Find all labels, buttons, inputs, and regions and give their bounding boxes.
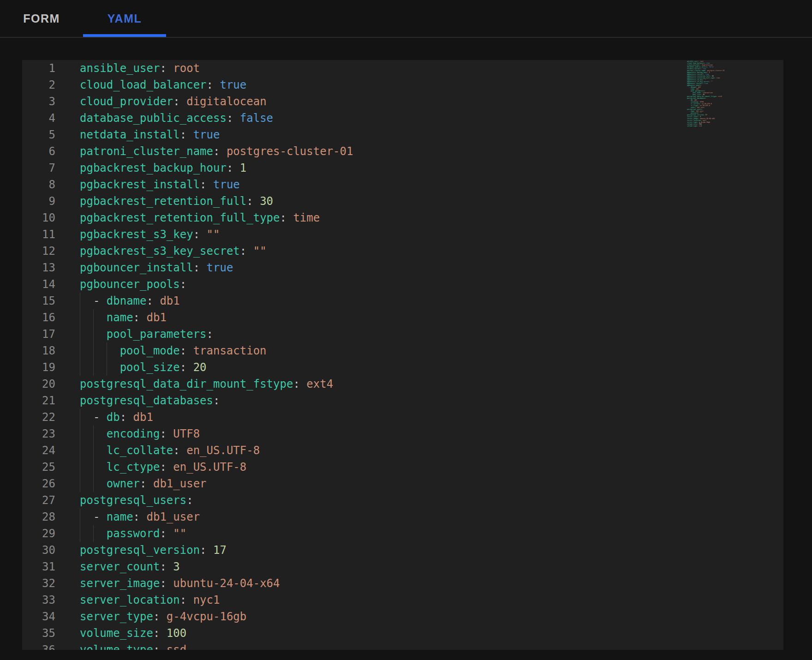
line-number: 32 (22, 575, 55, 592)
line-number: 21 (22, 392, 55, 409)
code-text: pool_parameters: (80, 326, 213, 342)
code-line[interactable]: 16name: db1 (22, 309, 783, 326)
code-line[interactable]: 17pool_parameters: (22, 326, 783, 342)
code-line[interactable]: 9pgbackrest_retention_full: 30 (22, 193, 783, 210)
code-line[interactable]: 26owner: db1_user (22, 475, 783, 492)
tab-yaml[interactable]: YAML (83, 0, 166, 37)
code-text: pool_mode: transaction (80, 342, 267, 359)
code-text: pgbackrest_s3_key: "" (80, 226, 220, 243)
code-line[interactable]: 24lc_collate: en_US.UTF-8 (22, 442, 783, 459)
tab-yaml-label: YAML (107, 12, 142, 25)
code-text: pool_size: 20 (80, 359, 207, 376)
line-number: 3 (22, 93, 55, 110)
code-text: pgbackrest_retention_full_type: time (80, 210, 320, 226)
code-line[interactable]: 6patroni_cluster_name: postgres-cluster-… (22, 143, 783, 160)
line-number: 24 (22, 442, 55, 459)
code-text: server_location: nyc1 (80, 592, 220, 608)
code-line[interactable]: 4database_public_access: false (22, 110, 783, 126)
line-number: 18 (22, 342, 55, 359)
code-text: password: "" (80, 525, 186, 542)
code-text: pgbouncer_install: true (80, 259, 233, 276)
line-number: 13 (22, 259, 55, 276)
line-number: 33 (22, 592, 55, 608)
line-number: 11 (22, 226, 55, 243)
code-line[interactable]: 30postgresql_version: 17 (22, 542, 783, 558)
code-line[interactable]: 10pgbackrest_retention_full_type: time (22, 210, 783, 226)
code-text: volume_type: ssd (687, 125, 702, 127)
code-text: ansible_user: root (80, 60, 200, 77)
line-number: 17 (22, 326, 55, 342)
line-number: 14 (22, 276, 55, 293)
code-line[interactable]: 5netdata_install: true (22, 126, 783, 143)
code-line[interactable]: 15- dbname: db1 (22, 293, 783, 309)
minimap[interactable]: ansible_user: rootcloud_load_balancer: t… (684, 60, 724, 127)
code-line[interactable]: 19pool_size: 20 (22, 359, 783, 376)
line-number: 30 (22, 542, 55, 558)
code-line[interactable]: 8pgbackrest_install: true (22, 176, 783, 193)
line-number: 23 (22, 426, 55, 442)
code-text: volume_size: 100 (80, 625, 186, 642)
tab-form-label: FORM (23, 12, 60, 25)
code-text: pgbouncer_pools: (80, 276, 186, 293)
yaml-editor[interactable]: 1ansible_user: root2cloud_load_balancer:… (22, 60, 783, 650)
code-text: cloud_provider: digitalocean (80, 93, 267, 110)
line-number: 34 (22, 608, 55, 625)
code-line[interactable]: 29password: "" (22, 525, 783, 542)
code-line[interactable]: 27postgresql_users: (22, 492, 783, 509)
line-number: 8 (22, 176, 55, 193)
code-line[interactable]: 32server_image: ubuntu-24-04-x64 (22, 575, 783, 592)
code-text: pgbackrest_retention_full: 30 (80, 193, 273, 210)
code-text: netdata_install: true (80, 126, 220, 143)
code-line[interactable]: 21postgresql_databases: (22, 392, 783, 409)
code-text: - name: db1_user (80, 509, 200, 525)
code-line[interactable]: 23encoding: UTF8 (22, 426, 783, 442)
code-line[interactable]: 14pgbouncer_pools: (22, 276, 783, 293)
line-number: 25 (22, 459, 55, 475)
tab-form[interactable]: FORM (0, 0, 83, 37)
line-number: 7 (22, 160, 55, 176)
line-number: 15 (22, 293, 55, 309)
code-text: postgresql_version: 17 (80, 542, 227, 558)
code-line[interactable]: 18pool_mode: transaction (22, 342, 783, 359)
code-line[interactable]: 33server_location: nyc1 (22, 592, 783, 608)
line-number: 2 (22, 77, 55, 93)
code-line[interactable]: 25lc_ctype: en_US.UTF-8 (22, 459, 783, 475)
code-line[interactable]: 20postgresql_data_dir_mount_fstype: ext4 (22, 376, 783, 392)
line-number: 22 (22, 409, 55, 426)
code-line[interactable]: 34server_type: g-4vcpu-16gb (22, 608, 783, 625)
line-number: 27 (22, 492, 55, 509)
code-line[interactable]: 12pgbackrest_s3_key_secret: "" (22, 243, 783, 259)
line-number: 12 (22, 243, 55, 259)
line-number: 19 (22, 359, 55, 376)
code-line[interactable]: 22- db: db1 (22, 409, 783, 426)
code-text: name: db1 (80, 309, 167, 326)
code-line[interactable]: 7pgbackrest_backup_hour: 1 (22, 160, 783, 176)
line-number: 28 (22, 509, 55, 525)
code-text: pgbackrest_s3_key_secret: "" (80, 243, 267, 259)
code-line[interactable]: 36volume_type: ssd (22, 642, 783, 650)
code-text: volume_type: ssd (80, 642, 186, 650)
code-line[interactable]: 1ansible_user: root (22, 60, 783, 77)
line-number: 36 (22, 642, 55, 650)
code-text: cloud_load_balancer: true (80, 77, 246, 93)
code-line[interactable]: 2cloud_load_balancer: true (22, 77, 783, 93)
code-line[interactable]: 3cloud_provider: digitalocean (22, 93, 783, 110)
code-line[interactable]: 13pgbouncer_install: true (22, 259, 783, 276)
line-number: 9 (22, 193, 55, 210)
code-text: postgresql_data_dir_mount_fstype: ext4 (80, 376, 333, 392)
code-line[interactable]: 28- name: db1_user (22, 509, 783, 525)
line-number: 5 (22, 126, 55, 143)
code-text: server_type: g-4vcpu-16gb (80, 608, 246, 625)
code-text: pgbackrest_install: true (80, 176, 240, 193)
code-text: pgbackrest_backup_hour: 1 (80, 160, 246, 176)
line-number: 16 (22, 309, 55, 326)
code-text: lc_ctype: en_US.UTF-8 (80, 459, 246, 475)
line-number: 29 (22, 525, 55, 542)
code-line[interactable]: 31server_count: 3 (22, 558, 783, 575)
code-text: server_image: ubuntu-24-04-x64 (80, 575, 280, 592)
code-line[interactable]: 35volume_size: 100 (22, 625, 783, 642)
code-text: owner: db1_user (80, 475, 207, 492)
line-number: 20 (22, 376, 55, 392)
code-line[interactable]: 11pgbackrest_s3_key: "" (22, 226, 783, 243)
code-text: server_count: 3 (80, 558, 180, 575)
